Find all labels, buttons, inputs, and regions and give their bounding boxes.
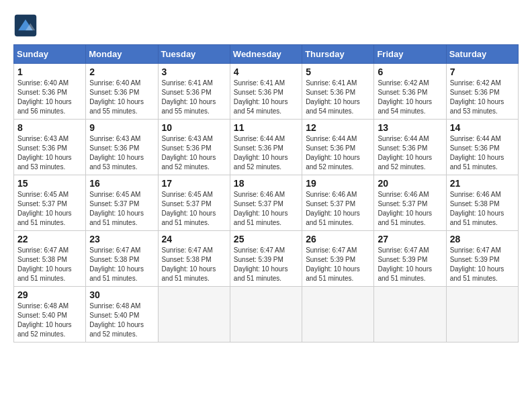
- day-number: 26: [306, 234, 370, 244]
- day-info: Sunrise: 6:47 AM Sunset: 5:39 PM Dayligh…: [450, 246, 515, 283]
- table-row: 1 Sunrise: 6:40 AM Sunset: 5:36 PM Dayli…: [14, 64, 86, 120]
- header-tuesday: Tuesday: [158, 45, 230, 64]
- day-info: Sunrise: 6:47 AM Sunset: 5:39 PM Dayligh…: [234, 246, 298, 283]
- table-row: 26 Sunrise: 6:47 AM Sunset: 5:39 PM Dayl…: [302, 231, 374, 287]
- table-row: 19 Sunrise: 6:46 AM Sunset: 5:37 PM Dayl…: [302, 175, 374, 231]
- day-info: Sunrise: 6:44 AM Sunset: 5:36 PM Dayligh…: [306, 134, 370, 172]
- day-number: 24: [162, 234, 226, 244]
- day-info: Sunrise: 6:44 AM Sunset: 5:36 PM Dayligh…: [450, 134, 515, 172]
- header-sunday: Sunday: [14, 45, 86, 64]
- day-info: Sunrise: 6:48 AM Sunset: 5:40 PM Dayligh…: [89, 302, 154, 339]
- day-number: 25: [234, 234, 298, 244]
- day-info: Sunrise: 6:41 AM Sunset: 5:36 PM Dayligh…: [162, 79, 226, 116]
- day-number: 4: [234, 66, 298, 77]
- header-wednesday: Wednesday: [230, 45, 302, 64]
- calendar-week-row: 8 Sunrise: 6:43 AM Sunset: 5:36 PM Dayli…: [14, 120, 519, 175]
- table-row: 22 Sunrise: 6:47 AM Sunset: 5:38 PM Dayl…: [14, 231, 86, 287]
- table-row: [230, 287, 302, 342]
- day-number: 13: [378, 122, 442, 133]
- calendar-week-row: 29 Sunrise: 6:48 AM Sunset: 5:40 PM Dayl…: [14, 287, 519, 342]
- header-thursday: Thursday: [302, 45, 374, 64]
- day-info: Sunrise: 6:45 AM Sunset: 5:37 PM Dayligh…: [89, 190, 154, 228]
- table-row: 16 Sunrise: 6:45 AM Sunset: 5:37 PM Dayl…: [86, 175, 158, 231]
- table-row: 14 Sunrise: 6:44 AM Sunset: 5:36 PM Dayl…: [446, 120, 518, 175]
- day-info: Sunrise: 6:44 AM Sunset: 5:36 PM Dayligh…: [234, 134, 298, 172]
- day-number: 11: [234, 122, 298, 133]
- day-number: 10: [162, 122, 226, 133]
- page-header: [13, 13, 519, 38]
- day-number: 12: [306, 122, 370, 133]
- day-info: Sunrise: 6:45 AM Sunset: 5:37 PM Dayligh…: [17, 190, 82, 228]
- day-number: 30: [89, 289, 154, 300]
- table-row: 6 Sunrise: 6:42 AM Sunset: 5:36 PM Dayli…: [374, 64, 446, 120]
- logo: [13, 13, 42, 38]
- day-number: 3: [162, 66, 226, 77]
- day-info: Sunrise: 6:48 AM Sunset: 5:40 PM Dayligh…: [17, 302, 82, 339]
- table-row: 11 Sunrise: 6:44 AM Sunset: 5:36 PM Dayl…: [230, 120, 302, 175]
- day-number: 27: [378, 234, 442, 244]
- day-number: 16: [89, 178, 154, 189]
- day-number: 1: [17, 66, 82, 77]
- day-number: 17: [162, 178, 226, 189]
- table-row: 30 Sunrise: 6:48 AM Sunset: 5:40 PM Dayl…: [86, 287, 158, 342]
- table-row: 29 Sunrise: 6:48 AM Sunset: 5:40 PM Dayl…: [14, 287, 86, 342]
- table-row: 23 Sunrise: 6:47 AM Sunset: 5:38 PM Dayl…: [86, 231, 158, 287]
- day-info: Sunrise: 6:47 AM Sunset: 5:38 PM Dayligh…: [162, 246, 226, 283]
- header-monday: Monday: [86, 45, 158, 64]
- day-number: 22: [17, 234, 82, 244]
- table-row: 5 Sunrise: 6:41 AM Sunset: 5:36 PM Dayli…: [302, 64, 374, 120]
- table-row: 17 Sunrise: 6:45 AM Sunset: 5:37 PM Dayl…: [158, 175, 230, 231]
- table-row: 28 Sunrise: 6:47 AM Sunset: 5:39 PM Dayl…: [446, 231, 518, 287]
- table-row: 13 Sunrise: 6:44 AM Sunset: 5:36 PM Dayl…: [374, 120, 446, 175]
- table-row: 12 Sunrise: 6:44 AM Sunset: 5:36 PM Dayl…: [302, 120, 374, 175]
- day-number: 29: [17, 289, 82, 300]
- table-row: 2 Sunrise: 6:40 AM Sunset: 5:36 PM Dayli…: [86, 64, 158, 120]
- day-info: Sunrise: 6:42 AM Sunset: 5:36 PM Dayligh…: [378, 79, 442, 116]
- table-row: [302, 287, 374, 342]
- day-info: Sunrise: 6:46 AM Sunset: 5:37 PM Dayligh…: [234, 190, 298, 228]
- day-info: Sunrise: 6:44 AM Sunset: 5:36 PM Dayligh…: [378, 134, 442, 172]
- day-info: Sunrise: 6:42 AM Sunset: 5:36 PM Dayligh…: [450, 79, 515, 116]
- day-info: Sunrise: 6:43 AM Sunset: 5:36 PM Dayligh…: [17, 134, 82, 172]
- day-number: 2: [89, 66, 154, 77]
- calendar-table: Sunday Monday Tuesday Wednesday Thursday…: [13, 44, 519, 342]
- calendar-week-row: 15 Sunrise: 6:45 AM Sunset: 5:37 PM Dayl…: [14, 175, 519, 231]
- header-saturday: Saturday: [446, 45, 518, 64]
- table-row: 10 Sunrise: 6:43 AM Sunset: 5:36 PM Dayl…: [158, 120, 230, 175]
- table-row: [374, 287, 446, 342]
- day-info: Sunrise: 6:41 AM Sunset: 5:36 PM Dayligh…: [306, 79, 370, 116]
- day-info: Sunrise: 6:45 AM Sunset: 5:37 PM Dayligh…: [162, 190, 226, 228]
- day-number: 9: [89, 122, 154, 133]
- day-info: Sunrise: 6:47 AM Sunset: 5:39 PM Dayligh…: [378, 246, 442, 283]
- day-info: Sunrise: 6:46 AM Sunset: 5:37 PM Dayligh…: [306, 190, 370, 228]
- day-number: 28: [450, 234, 515, 244]
- day-info: Sunrise: 6:47 AM Sunset: 5:39 PM Dayligh…: [306, 246, 370, 283]
- calendar-week-row: 22 Sunrise: 6:47 AM Sunset: 5:38 PM Dayl…: [14, 231, 519, 287]
- calendar-week-row: 1 Sunrise: 6:40 AM Sunset: 5:36 PM Dayli…: [14, 64, 519, 120]
- day-number: 14: [450, 122, 515, 133]
- day-number: 23: [89, 234, 154, 244]
- day-info: Sunrise: 6:47 AM Sunset: 5:38 PM Dayligh…: [89, 246, 154, 283]
- day-info: Sunrise: 6:47 AM Sunset: 5:38 PM Dayligh…: [17, 246, 82, 283]
- table-row: 9 Sunrise: 6:43 AM Sunset: 5:36 PM Dayli…: [86, 120, 158, 175]
- table-row: 4 Sunrise: 6:41 AM Sunset: 5:36 PM Dayli…: [230, 64, 302, 120]
- table-row: 18 Sunrise: 6:46 AM Sunset: 5:37 PM Dayl…: [230, 175, 302, 231]
- table-row: 20 Sunrise: 6:46 AM Sunset: 5:37 PM Dayl…: [374, 175, 446, 231]
- table-row: 3 Sunrise: 6:41 AM Sunset: 5:36 PM Dayli…: [158, 64, 230, 120]
- day-info: Sunrise: 6:40 AM Sunset: 5:36 PM Dayligh…: [17, 79, 82, 116]
- day-number: 15: [17, 178, 82, 189]
- day-number: 6: [378, 66, 442, 77]
- day-info: Sunrise: 6:46 AM Sunset: 5:37 PM Dayligh…: [378, 190, 442, 228]
- day-info: Sunrise: 6:43 AM Sunset: 5:36 PM Dayligh…: [162, 134, 226, 172]
- table-row: 21 Sunrise: 6:46 AM Sunset: 5:38 PM Dayl…: [446, 175, 518, 231]
- day-number: 7: [450, 66, 515, 77]
- table-row: 8 Sunrise: 6:43 AM Sunset: 5:36 PM Dayli…: [14, 120, 86, 175]
- logo-icon: [13, 13, 38, 38]
- table-row: 25 Sunrise: 6:47 AM Sunset: 5:39 PM Dayl…: [230, 231, 302, 287]
- day-number: 5: [306, 66, 370, 77]
- day-number: 19: [306, 178, 370, 189]
- day-info: Sunrise: 6:40 AM Sunset: 5:36 PM Dayligh…: [89, 79, 154, 116]
- table-row: 24 Sunrise: 6:47 AM Sunset: 5:38 PM Dayl…: [158, 231, 230, 287]
- day-info: Sunrise: 6:41 AM Sunset: 5:36 PM Dayligh…: [234, 79, 298, 116]
- day-number: 20: [378, 178, 442, 189]
